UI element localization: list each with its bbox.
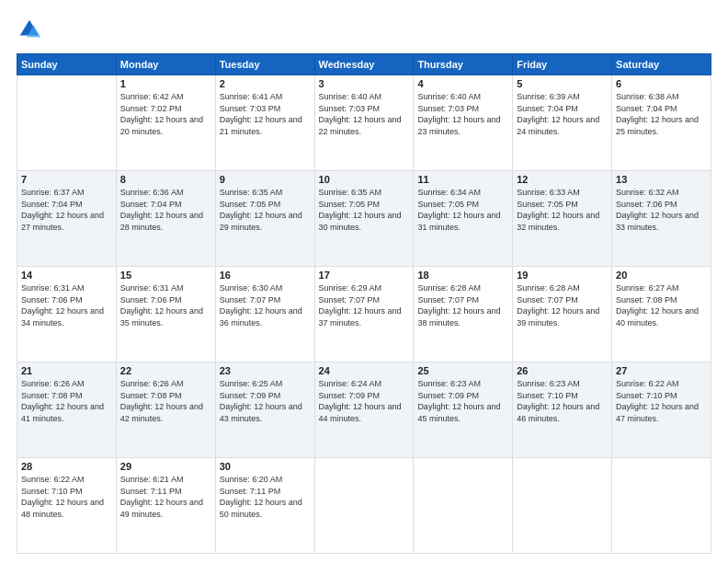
day-info: Sunrise: 6:22 AMSunset: 7:10 PMDaylight:…: [616, 379, 699, 423]
day-number: 13: [616, 174, 707, 185]
calendar-table: SundayMondayTuesdayWednesdayThursdayFrid…: [17, 53, 711, 554]
calendar-cell: 2 Sunrise: 6:41 AMSunset: 7:03 PMDayligh…: [215, 75, 314, 171]
day-number: 6: [616, 78, 707, 89]
calendar-cell: 18 Sunrise: 6:28 AMSunset: 7:07 PMDaylig…: [414, 267, 513, 362]
day-info: Sunrise: 6:34 AMSunset: 7:05 PMDaylight:…: [417, 188, 500, 232]
weekday-header-saturday: Saturday: [612, 54, 711, 75]
day-info: Sunrise: 6:23 AMSunset: 7:09 PMDaylight:…: [417, 379, 500, 423]
day-number: 15: [120, 270, 211, 281]
calendar-cell: 22 Sunrise: 6:26 AMSunset: 7:08 PMDaylig…: [116, 362, 215, 458]
day-number: 22: [120, 365, 211, 376]
calendar-cell: [414, 458, 513, 554]
day-info: Sunrise: 6:23 AMSunset: 7:10 PMDaylight:…: [517, 379, 599, 423]
day-number: 28: [21, 461, 112, 472]
day-number: 17: [319, 270, 410, 281]
day-info: Sunrise: 6:29 AMSunset: 7:07 PMDaylight:…: [319, 283, 402, 327]
calendar-cell: 6 Sunrise: 6:38 AMSunset: 7:04 PMDayligh…: [612, 75, 711, 171]
day-number: 18: [417, 270, 508, 281]
calendar-cell: 13 Sunrise: 6:32 AMSunset: 7:06 PMDaylig…: [612, 171, 711, 267]
calendar-cell: 20 Sunrise: 6:27 AMSunset: 7:08 PMDaylig…: [612, 267, 711, 362]
week-row-3: 21 Sunrise: 6:26 AMSunset: 7:08 PMDaylig…: [17, 362, 711, 458]
day-info: Sunrise: 6:35 AMSunset: 7:05 PMDaylight:…: [319, 188, 402, 232]
calendar-cell: 3 Sunrise: 6:40 AMSunset: 7:03 PMDayligh…: [314, 75, 414, 171]
day-info: Sunrise: 6:39 AMSunset: 7:04 PMDaylight:…: [517, 92, 599, 136]
day-info: Sunrise: 6:42 AMSunset: 7:02 PMDaylight:…: [120, 92, 203, 136]
day-number: 29: [120, 461, 211, 472]
calendar-cell: 30 Sunrise: 6:20 AMSunset: 7:11 PMDaylig…: [215, 458, 314, 554]
week-row-2: 14 Sunrise: 6:31 AMSunset: 7:06 PMDaylig…: [17, 267, 711, 362]
day-number: 14: [21, 270, 112, 281]
day-info: Sunrise: 6:28 AMSunset: 7:07 PMDaylight:…: [517, 283, 599, 327]
calendar-cell: 24 Sunrise: 6:24 AMSunset: 7:09 PMDaylig…: [314, 362, 414, 458]
calendar-cell: [17, 75, 117, 171]
day-info: Sunrise: 6:30 AMSunset: 7:07 PMDaylight:…: [220, 283, 302, 327]
day-info: Sunrise: 6:41 AMSunset: 7:03 PMDaylight:…: [220, 92, 302, 136]
weekday-header-sunday: Sunday: [17, 54, 117, 75]
week-row-1: 7 Sunrise: 6:37 AMSunset: 7:04 PMDayligh…: [17, 171, 711, 267]
calendar-cell: 15 Sunrise: 6:31 AMSunset: 7:06 PMDaylig…: [116, 267, 215, 362]
calendar-cell: 26 Sunrise: 6:23 AMSunset: 7:10 PMDaylig…: [513, 362, 612, 458]
calendar-cell: 14 Sunrise: 6:31 AMSunset: 7:06 PMDaylig…: [17, 267, 117, 362]
day-info: Sunrise: 6:20 AMSunset: 7:11 PMDaylight:…: [220, 475, 302, 519]
day-number: 11: [417, 174, 508, 185]
weekday-header-wednesday: Wednesday: [314, 54, 414, 75]
week-row-0: 1 Sunrise: 6:42 AMSunset: 7:02 PMDayligh…: [17, 75, 711, 171]
calendar-cell: 29 Sunrise: 6:21 AMSunset: 7:11 PMDaylig…: [116, 458, 215, 554]
calendar-cell: [513, 458, 612, 554]
calendar-cell: 9 Sunrise: 6:35 AMSunset: 7:05 PMDayligh…: [215, 171, 314, 267]
header: [17, 17, 711, 42]
day-info: Sunrise: 6:27 AMSunset: 7:08 PMDaylight:…: [616, 283, 699, 327]
week-row-4: 28 Sunrise: 6:22 AMSunset: 7:10 PMDaylig…: [17, 458, 711, 554]
day-info: Sunrise: 6:31 AMSunset: 7:06 PMDaylight:…: [21, 283, 104, 327]
day-info: Sunrise: 6:36 AMSunset: 7:04 PMDaylight:…: [120, 188, 203, 232]
day-info: Sunrise: 6:24 AMSunset: 7:09 PMDaylight:…: [319, 379, 402, 423]
calendar-cell: 11 Sunrise: 6:34 AMSunset: 7:05 PMDaylig…: [414, 171, 513, 267]
weekday-header-thursday: Thursday: [414, 54, 513, 75]
day-number: 5: [517, 78, 608, 89]
day-number: 4: [417, 78, 508, 89]
day-info: Sunrise: 6:26 AMSunset: 7:08 PMDaylight:…: [21, 379, 104, 423]
day-number: 1: [120, 78, 211, 89]
page: SundayMondayTuesdayWednesdayThursdayFrid…: [0, 0, 728, 563]
calendar-cell: [314, 458, 414, 554]
calendar-cell: 8 Sunrise: 6:36 AMSunset: 7:04 PMDayligh…: [116, 171, 215, 267]
day-number: 27: [616, 365, 707, 376]
day-number: 3: [319, 78, 410, 89]
calendar-cell: 27 Sunrise: 6:22 AMSunset: 7:10 PMDaylig…: [612, 362, 711, 458]
day-info: Sunrise: 6:31 AMSunset: 7:06 PMDaylight:…: [120, 283, 203, 327]
day-info: Sunrise: 6:37 AMSunset: 7:04 PMDaylight:…: [21, 188, 104, 232]
calendar-cell: 10 Sunrise: 6:35 AMSunset: 7:05 PMDaylig…: [314, 171, 414, 267]
calendar-cell: 7 Sunrise: 6:37 AMSunset: 7:04 PMDayligh…: [17, 171, 117, 267]
day-number: 23: [220, 365, 311, 376]
day-number: 9: [220, 174, 311, 185]
calendar-cell: 17 Sunrise: 6:29 AMSunset: 7:07 PMDaylig…: [314, 267, 414, 362]
day-number: 24: [319, 365, 410, 376]
weekday-header-monday: Monday: [116, 54, 215, 75]
day-info: Sunrise: 6:35 AMSunset: 7:05 PMDaylight:…: [220, 188, 302, 232]
day-number: 25: [417, 365, 508, 376]
calendar-cell: 5 Sunrise: 6:39 AMSunset: 7:04 PMDayligh…: [513, 75, 612, 171]
day-number: 21: [21, 365, 112, 376]
calendar-cell: 4 Sunrise: 6:40 AMSunset: 7:03 PMDayligh…: [414, 75, 513, 171]
day-info: Sunrise: 6:33 AMSunset: 7:05 PMDaylight:…: [517, 188, 599, 232]
day-info: Sunrise: 6:40 AMSunset: 7:03 PMDaylight:…: [319, 92, 402, 136]
calendar-cell: 16 Sunrise: 6:30 AMSunset: 7:07 PMDaylig…: [215, 267, 314, 362]
calendar-cell: 19 Sunrise: 6:28 AMSunset: 7:07 PMDaylig…: [513, 267, 612, 362]
day-info: Sunrise: 6:40 AMSunset: 7:03 PMDaylight:…: [417, 92, 500, 136]
day-number: 16: [220, 270, 311, 281]
logo: [17, 17, 46, 42]
logo-icon: [17, 17, 42, 42]
calendar-cell: [612, 458, 711, 554]
day-info: Sunrise: 6:32 AMSunset: 7:06 PMDaylight:…: [616, 188, 699, 232]
calendar-cell: 28 Sunrise: 6:22 AMSunset: 7:10 PMDaylig…: [17, 458, 117, 554]
day-number: 12: [517, 174, 608, 185]
weekday-header-tuesday: Tuesday: [215, 54, 314, 75]
day-info: Sunrise: 6:25 AMSunset: 7:09 PMDaylight:…: [220, 379, 302, 423]
calendar-cell: 1 Sunrise: 6:42 AMSunset: 7:02 PMDayligh…: [116, 75, 215, 171]
day-info: Sunrise: 6:28 AMSunset: 7:07 PMDaylight:…: [417, 283, 500, 327]
day-number: 8: [120, 174, 211, 185]
day-number: 20: [616, 270, 707, 281]
day-info: Sunrise: 6:38 AMSunset: 7:04 PMDaylight:…: [616, 92, 699, 136]
weekday-header-friday: Friday: [513, 54, 612, 75]
day-info: Sunrise: 6:26 AMSunset: 7:08 PMDaylight:…: [120, 379, 203, 423]
